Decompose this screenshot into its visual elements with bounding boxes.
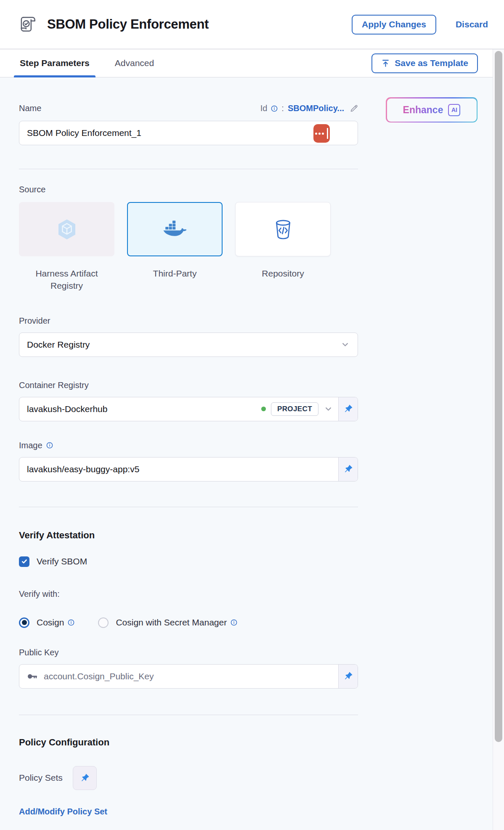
save-as-template-button[interactable]: Save as Template [371,53,478,73]
image-input[interactable]: lavakush/easy-buggy-app:v5 [19,457,358,482]
info-icon[interactable] [46,442,53,449]
info-icon[interactable] [231,619,237,626]
provider-label: Provider [19,316,358,326]
scrollbar-thumb[interactable] [495,51,502,742]
name-input[interactable]: SBOM Policy Enforcement_1 [19,121,358,145]
radio-label: Cosign with Secret Manager [116,617,227,628]
pin-icon [80,773,90,783]
chevron-down-icon [341,341,349,348]
step-id-group: Id : SBOMPolicy... [260,104,358,113]
provider-value: Docker Registry [27,340,90,350]
runtime-input-pin-button[interactable] [338,397,358,421]
edit-id-icon[interactable] [350,104,358,113]
scope-badge: PROJECT [271,402,318,416]
tab-label: Advanced [115,58,154,68]
upload-icon [381,59,390,68]
pin-icon [343,464,353,474]
container-registry-select[interactable]: lavakush-Dockerhub PROJECT [19,397,358,421]
policy-sets-label: Policy Sets [19,773,63,783]
source-card-label: Repository [262,268,304,280]
add-modify-policy-set-link[interactable]: Add/Modify Policy Set [19,807,358,817]
ellipsis-menu-badge[interactable] [313,124,330,143]
text-caret [327,128,328,139]
id-label: Id [260,104,268,113]
tab-step-parameters[interactable]: Step Parameters [14,49,95,77]
runtime-input-pin-button[interactable] [338,665,358,688]
section-divider [19,169,358,169]
container-registry-value: lavakush-Dockerhub [27,404,107,414]
verify-sbom-checkbox[interactable] [19,556,29,567]
source-card-repository[interactable] [235,202,331,256]
radio-cosign[interactable] [19,617,29,628]
apply-changes-button[interactable]: Apply Changes [352,15,436,35]
harness-artifact-registry-icon [57,219,77,240]
verify-with-label: Verify with: [19,589,358,599]
source-card-harness-artifact-registry[interactable] [19,202,114,256]
vertical-scrollbar[interactable] [493,49,504,830]
verify-attestation-heading: Verify Attestation [19,530,358,541]
provider-select[interactable]: Docker Registry [19,333,358,357]
public-key-label: Public Key [19,648,358,657]
docker-icon [163,221,187,238]
policy-sets-row: Policy Sets [19,766,358,790]
step-header: SBOM Policy Enforcement Apply Changes Di… [0,0,504,49]
section-divider [19,715,358,715]
image-value: lavakush/easy-buggy-app:v5 [27,464,139,474]
tab-bar: Step Parameters Advanced Save as Templat… [0,49,504,77]
runtime-input-pin-button[interactable] [338,458,358,481]
policy-configuration-heading: Policy Configuration [19,737,358,748]
sbom-policy-step-icon [18,14,38,35]
container-registry-label: Container Registry [19,380,358,390]
enhance-ai-button[interactable]: Enhance AI [386,97,477,122]
verify-with-radio-group: Cosign Cosign with Secret Manager [19,617,358,628]
source-label: Source [19,185,358,194]
source-card-label: Harness Artifact Registry [19,268,114,292]
step-parameters-panel: Enhance AI Name Id : SBOMPolicy... SBOM … [0,77,504,830]
verify-sbom-checkbox-row[interactable]: Verify SBOM [19,556,358,567]
pin-icon [343,404,353,414]
verify-sbom-label: Verify SBOM [37,556,87,567]
checkmark-icon [21,558,28,565]
page-title: SBOM Policy Enforcement [47,17,209,32]
id-separator: : [281,104,284,113]
tab-advanced[interactable]: Advanced [109,49,160,77]
source-card-third-party[interactable] [127,202,223,256]
policy-sets-pin-button[interactable] [73,766,97,790]
key-icon [27,671,38,682]
connector-status-dot [261,407,266,411]
chevron-down-icon [324,405,332,413]
repository-icon [274,219,292,239]
step-id-value[interactable]: SBOMPolicy... [288,104,344,113]
image-label: Image [19,441,42,450]
discard-button[interactable]: Discard [456,19,488,29]
source-card-group: Harness Artifact Registry [19,202,358,292]
enhance-label: Enhance [403,104,443,116]
radio-label: Cosign [37,617,64,628]
tab-label: Step Parameters [20,58,90,68]
name-value: SBOM Policy Enforcement_1 [27,128,141,138]
ai-badge-icon: AI [448,104,460,116]
section-divider [19,507,358,507]
pin-icon [343,671,353,681]
public-key-input[interactable]: account.Cosign_Public_Key [19,664,358,689]
public-key-value: account.Cosign_Public_Key [44,671,154,681]
info-icon[interactable] [271,105,278,112]
source-card-label: Third-Party [153,268,197,280]
name-label: Name [19,104,41,113]
info-icon[interactable] [68,619,74,626]
radio-cosign-with-secret-manager[interactable] [98,617,109,628]
